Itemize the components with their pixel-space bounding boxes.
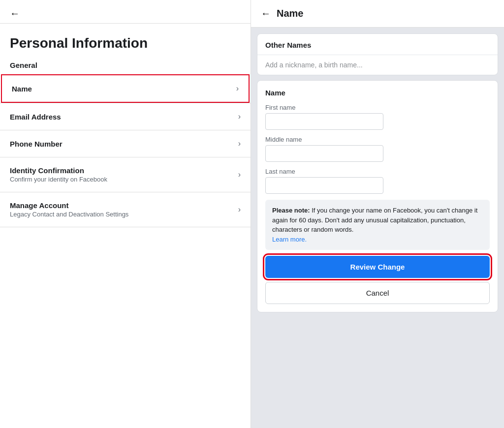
right-content: Other Names Add a nickname, a birth name…: [251, 28, 504, 428]
first-name-label: First name: [265, 104, 490, 111]
menu-item-name-title: Name: [12, 85, 32, 93]
menu-item-phone-title: Phone Number: [10, 140, 63, 148]
menu-item-manage[interactable]: Manage Account Legacy Contact and Deacti…: [0, 192, 251, 227]
chevron-icon: ›: [238, 139, 241, 148]
right-panel-title: Name: [277, 8, 303, 19]
menu-item-identity-title: Identity Confirmation: [10, 166, 107, 175]
name-card: Name First name Middle name Last name Pl…: [257, 80, 498, 312]
menu-item-name[interactable]: Name ›: [1, 74, 250, 103]
review-change-button[interactable]: Review Change: [265, 256, 490, 278]
other-names-title: Other Names: [265, 41, 311, 49]
middle-name-label: Middle name: [265, 136, 490, 143]
page-title: Personal Information: [0, 31, 251, 61]
last-name-label: Last name: [265, 168, 490, 175]
chevron-icon: ›: [238, 205, 241, 214]
last-name-input[interactable]: [265, 177, 383, 194]
other-names-placeholder[interactable]: Add a nickname, a birth name...: [257, 55, 498, 75]
chevron-icon: ›: [238, 112, 241, 121]
left-back-button[interactable]: ←: [0, 0, 30, 23]
right-header: ← Name: [251, 0, 504, 28]
menu-item-manage-title: Manage Account: [10, 201, 128, 210]
name-change-note: Please note: If you change your name on …: [265, 200, 490, 250]
menu-item-email[interactable]: Email Address ›: [0, 103, 251, 130]
left-panel: ← Personal Information General Name › Em…: [0, 0, 251, 428]
chevron-icon: ›: [238, 170, 241, 179]
learn-more-link[interactable]: Learn more.: [272, 236, 307, 243]
note-bold: Please note:: [272, 207, 310, 214]
menu-item-manage-subtitle: Legacy Contact and Deactivation Settings: [10, 211, 128, 218]
other-names-card: Other Names Add a nickname, a birth name…: [257, 33, 498, 75]
cancel-button[interactable]: Cancel: [265, 282, 490, 304]
chevron-icon: ›: [236, 84, 239, 93]
menu-item-identity[interactable]: Identity Confirmation Confirm your ident…: [0, 157, 251, 192]
menu-item-identity-subtitle: Confirm your identity on Facebook: [10, 176, 107, 183]
first-name-input[interactable]: [265, 113, 383, 130]
name-card-title: Name: [265, 89, 490, 97]
right-back-button[interactable]: ←: [261, 8, 271, 19]
section-label: General: [0, 61, 251, 74]
middle-name-input[interactable]: [265, 145, 383, 162]
right-panel: ← Name Other Names Add a nickname, a bir…: [251, 0, 504, 428]
other-names-card-header: Other Names: [257, 34, 498, 55]
menu-item-phone[interactable]: Phone Number ›: [0, 130, 251, 157]
menu-item-email-title: Email Address: [10, 113, 61, 121]
